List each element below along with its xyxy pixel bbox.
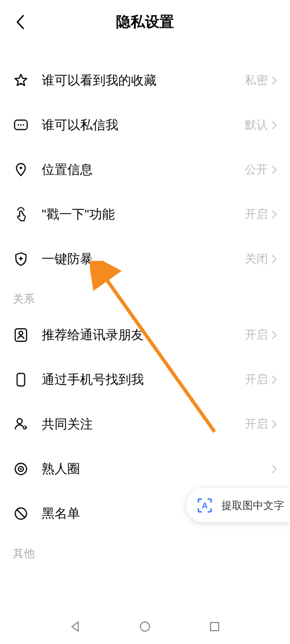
- chevron-right-icon: [271, 464, 277, 474]
- setting-value: 公开: [245, 162, 268, 177]
- setting-acquaintance-circle[interactable]: 熟人圈: [0, 446, 290, 491]
- header: 隐私设置: [0, 0, 290, 43]
- setting-label: 一键防暴: [42, 250, 245, 268]
- setting-value: 开启: [245, 327, 268, 343]
- page-title: 隐私设置: [116, 12, 174, 31]
- message-icon: [13, 117, 29, 133]
- extract-text-button[interactable]: A 提取图中文字: [186, 488, 290, 522]
- setting-find-by-phone[interactable]: 通过手机号找到我 开启: [0, 357, 290, 402]
- svg-point-6: [19, 331, 23, 335]
- phone-icon: [13, 372, 29, 388]
- star-icon: [13, 72, 29, 89]
- svg-rect-7: [17, 373, 25, 386]
- section-other: 其他: [0, 536, 290, 567]
- setting-recommend-contacts[interactable]: 推荐给通讯录朋友 开启: [0, 312, 290, 357]
- nav-back-button[interactable]: [67, 618, 84, 635]
- back-button[interactable]: [12, 13, 29, 31]
- setting-label: 共同关注: [42, 416, 245, 433]
- system-nav-bar: [0, 609, 290, 644]
- svg-point-2: [20, 124, 22, 126]
- mutual-icon: [13, 416, 29, 432]
- setting-label: 位置信息: [42, 161, 245, 179]
- nav-home-button[interactable]: [136, 618, 154, 635]
- setting-label: "戳一下"功能: [42, 206, 245, 223]
- section-relations: 关系: [0, 281, 290, 312]
- setting-label: 熟人圈: [42, 460, 268, 478]
- chevron-right-icon: [271, 76, 277, 85]
- svg-point-4: [20, 166, 22, 169]
- setting-location[interactable]: 位置信息 公开: [0, 147, 290, 192]
- setting-value: 私密: [245, 72, 268, 88]
- svg-point-11: [20, 468, 21, 470]
- setting-value: 关闭: [245, 251, 268, 267]
- chevron-right-icon: [271, 254, 277, 264]
- chevron-right-icon: [271, 121, 277, 130]
- setting-value: 开启: [245, 206, 268, 222]
- setting-label: 谁可以私信我: [42, 117, 245, 134]
- nav-recents-button[interactable]: [206, 618, 223, 635]
- setting-favorites-visibility[interactable]: 谁可以看到我的收藏 私密: [0, 58, 290, 103]
- setting-label: 谁可以看到我的收藏: [42, 72, 245, 89]
- svg-point-15: [140, 622, 150, 631]
- setting-label: 通过手机号找到我: [42, 371, 245, 388]
- circle-icon: [13, 461, 29, 477]
- chevron-right-icon: [271, 330, 277, 340]
- svg-text:A: A: [201, 501, 207, 510]
- tap-icon: [13, 206, 29, 223]
- block-icon: [13, 505, 29, 522]
- contact-icon: [13, 327, 29, 343]
- svg-point-1: [17, 124, 19, 126]
- setting-value: 开启: [245, 372, 268, 387]
- location-icon: [13, 162, 29, 178]
- svg-rect-16: [211, 623, 219, 631]
- circle-home-icon: [139, 620, 151, 633]
- setting-value: 开启: [245, 416, 268, 432]
- ocr-icon: A: [194, 495, 215, 515]
- setting-value: 默认: [245, 117, 268, 133]
- triangle-back-icon: [69, 620, 82, 633]
- chevron-right-icon: [271, 165, 277, 174]
- square-recents-icon: [209, 621, 220, 632]
- chevron-right-icon: [271, 210, 277, 219]
- setting-label: 推荐给通讯录朋友: [42, 326, 245, 344]
- chevron-right-icon: [271, 375, 277, 384]
- extract-text-label: 提取图中文字: [222, 499, 284, 512]
- setting-mutual-follow[interactable]: 共同关注 开启: [0, 402, 290, 446]
- setting-dm-permission[interactable]: 谁可以私信我 默认: [0, 103, 290, 147]
- chevron-right-icon: [271, 420, 277, 429]
- shield-icon: [13, 251, 29, 267]
- setting-anti-harassment[interactable]: 一键防暴 关闭: [0, 237, 290, 281]
- setting-tap-feature[interactable]: "戳一下"功能 开启: [0, 192, 290, 237]
- back-icon: [16, 14, 25, 30]
- svg-point-8: [17, 419, 23, 424]
- svg-point-3: [23, 124, 24, 126]
